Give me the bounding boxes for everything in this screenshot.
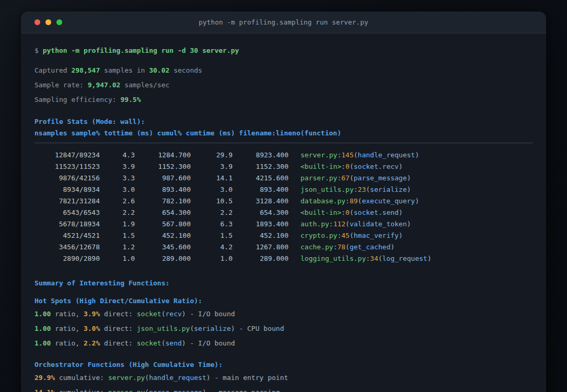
function-name: get_cached	[350, 243, 390, 251]
punct-close: )	[415, 197, 419, 205]
col-cumtime: 1152.300	[233, 161, 288, 172]
punct-open: (	[145, 374, 149, 382]
function-location: parser.py:67(parse_message)	[300, 172, 411, 184]
col-cumtime: 452.100	[233, 230, 288, 241]
col-cumul-pct: 14.1	[191, 172, 233, 184]
line-number: 23	[358, 186, 366, 193]
col-nsamples: 8934/8934	[34, 184, 100, 195]
file-name: json_utils.py	[300, 186, 354, 193]
direct-pct: 3.9%	[84, 310, 100, 318]
direct-pct: 2.2%	[84, 339, 100, 347]
function-location: server.py:145(handle_request)	[300, 149, 419, 161]
col-nsamples: 4521/4521	[34, 230, 100, 241]
function-location: json_utils.py:23(serialize)	[300, 184, 411, 195]
punct-close: )	[202, 388, 206, 392]
col-cumtime: 8923.400	[233, 149, 288, 161]
col-cumul-pct: 3.9	[191, 161, 233, 172]
function-location: <built-in>:0(socket.recv)	[300, 161, 403, 172]
line-number: 0	[345, 209, 350, 216]
bound-note: - I/O bound	[186, 339, 235, 347]
window-titlebar[interactable]: python -m profiling.sampling run server.…	[21, 11, 546, 33]
punct-close: )	[399, 163, 403, 170]
target-name: socket	[137, 310, 161, 318]
function-name: send	[166, 339, 182, 347]
window-controls	[21, 19, 62, 25]
captured-unit-label: seconds	[169, 66, 202, 74]
command-line: $ python -m profiling.sampling run -d 30…	[34, 45, 533, 56]
orchestrators-heading: Orchestrator Functions (High Cumulative …	[34, 359, 533, 371]
punct-colon: :	[354, 186, 358, 193]
efficiency-line: Sampling efficiency: 99.5%	[34, 94, 533, 106]
stats-row: 8934/89343.0893.4003.0893.400json_utils.…	[34, 184, 533, 195]
function-name: handle_request	[358, 151, 415, 159]
terminal-output[interactable]: $ python -m profiling.sampling run -d 30…	[21, 33, 546, 392]
col-tottime: 289.000	[135, 253, 191, 264]
col-tottime: 987.600	[135, 172, 191, 184]
stats-row: 7821/312842.6782.10010.53128.400database…	[34, 195, 533, 207]
function-name: log_request	[383, 255, 427, 262]
captured-label: Captured	[34, 66, 71, 74]
col-cumul-pct: 4.2	[191, 241, 233, 253]
col-tottime: 345.600	[135, 241, 191, 253]
stats-row: 3456/126781.2345.6004.21267.800cache.py:…	[34, 241, 533, 253]
ratio-label: ratio,	[51, 310, 84, 318]
col-sample-pct: 2.2	[100, 207, 135, 218]
direct-label: direct:	[100, 310, 136, 318]
col-cumul-pct: 3.0	[191, 184, 233, 195]
col-cumtime: 289.000	[233, 253, 288, 264]
punct-close: )	[399, 232, 403, 239]
col-tottime: 567.800	[135, 218, 191, 230]
file-name: logging_utils.py	[300, 255, 366, 262]
punct-close: )	[415, 151, 419, 159]
punct-open: (	[350, 232, 354, 239]
punct-open: (	[366, 186, 370, 193]
punct-close: )	[182, 310, 186, 318]
window-title: python -m profiling.sampling run server.…	[21, 18, 546, 26]
samples-count: 298,547	[71, 66, 100, 74]
punct-open: (	[145, 388, 149, 392]
sample-rate-unit: samples/sec	[120, 81, 169, 89]
col-sample-pct: 1.5	[100, 230, 135, 241]
function-location: <built-in>:0(socket.send)	[300, 207, 403, 218]
bound-note: - CPU bound	[235, 325, 284, 332]
cumulative-label: cumulative:	[55, 374, 108, 382]
col-sample-pct: 4.3	[100, 149, 135, 161]
target-name: server.py	[108, 374, 145, 382]
col-cumtime: 4215.600	[233, 172, 288, 184]
col-cumtime: 654.300	[233, 207, 288, 218]
role-note: - message parsing	[206, 388, 280, 392]
function-name: validate_token	[350, 220, 407, 228]
col-tottime: 654.300	[135, 207, 191, 218]
function-name: handle_request	[149, 374, 206, 382]
role-note: - main entry point	[211, 374, 288, 382]
cumulative-label: cumulative:	[55, 388, 108, 392]
file-name: auth.py	[300, 220, 329, 228]
efficiency-label: Sampling efficiency:	[34, 96, 120, 103]
direct-pct: 3.0%	[84, 325, 100, 332]
close-button[interactable]	[34, 19, 40, 25]
col-sample-pct: 2.6	[100, 195, 135, 207]
stats-columns-header: nsamples sample% tottime (ms) cumul% cum…	[34, 128, 533, 139]
col-nsamples: 11523/11523	[34, 161, 100, 172]
file-name: <built-in>	[300, 163, 341, 170]
punct-open: (	[345, 220, 350, 228]
cumulative-pct: 14.1%	[34, 388, 55, 392]
col-sample-pct: 1.0	[100, 253, 135, 264]
line-number: 67	[341, 174, 350, 182]
line-number: 145	[341, 151, 353, 159]
col-cumul-pct: 10.5	[191, 195, 233, 207]
efficiency-value: 99.5%	[120, 96, 141, 103]
target-name: parser.py	[108, 388, 145, 392]
zoom-button[interactable]	[56, 19, 62, 25]
minimize-button[interactable]	[45, 19, 51, 25]
function-name: execute_query	[362, 197, 415, 205]
shell-prompt: $	[34, 47, 43, 54]
punct-open: (	[161, 310, 166, 318]
file-name: crypto.py	[300, 232, 337, 239]
punct-close: )	[399, 209, 403, 216]
punct-open: (	[378, 255, 383, 262]
orchestrator-item: 14.1% cumulative: parser.py(parse_messag…	[34, 387, 533, 392]
punct-colon: :	[345, 197, 350, 205]
command-text: python -m profiling.sampling run -d 30 s…	[43, 47, 239, 54]
direct-label: direct:	[100, 339, 136, 347]
